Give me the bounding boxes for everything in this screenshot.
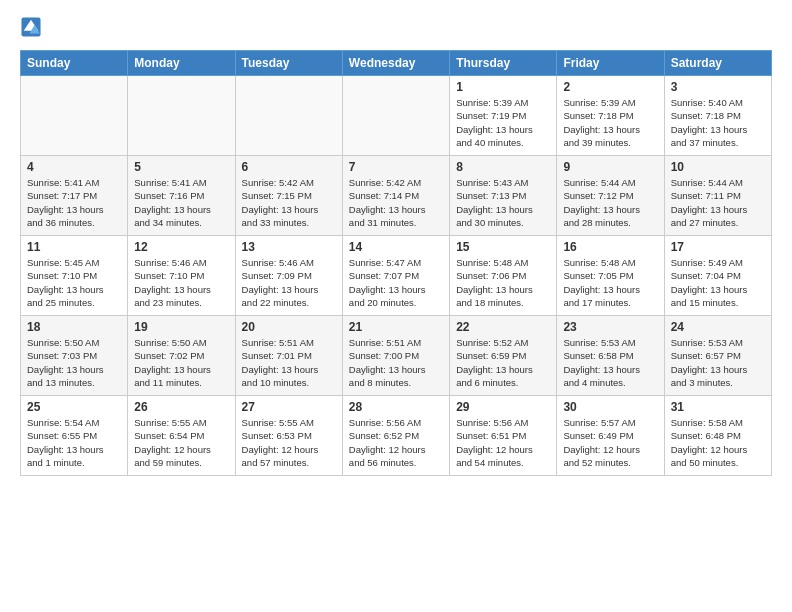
day-info: Sunrise: 5:55 AMSunset: 6:54 PMDaylight:…	[134, 416, 228, 469]
day-number: 30	[563, 400, 657, 414]
day-info: Sunrise: 5:51 AMSunset: 7:01 PMDaylight:…	[242, 336, 336, 389]
day-17: 17Sunrise: 5:49 AMSunset: 7:04 PMDayligh…	[664, 236, 771, 316]
logo	[20, 16, 46, 38]
day-info: Sunrise: 5:53 AMSunset: 6:57 PMDaylight:…	[671, 336, 765, 389]
empty-cell	[235, 76, 342, 156]
day-number: 6	[242, 160, 336, 174]
day-25: 25Sunrise: 5:54 AMSunset: 6:55 PMDayligh…	[21, 396, 128, 476]
day-30: 30Sunrise: 5:57 AMSunset: 6:49 PMDayligh…	[557, 396, 664, 476]
day-info: Sunrise: 5:50 AMSunset: 7:03 PMDaylight:…	[27, 336, 121, 389]
week-row-5: 25Sunrise: 5:54 AMSunset: 6:55 PMDayligh…	[21, 396, 772, 476]
day-31: 31Sunrise: 5:58 AMSunset: 6:48 PMDayligh…	[664, 396, 771, 476]
day-info: Sunrise: 5:58 AMSunset: 6:48 PMDaylight:…	[671, 416, 765, 469]
day-number: 20	[242, 320, 336, 334]
day-22: 22Sunrise: 5:52 AMSunset: 6:59 PMDayligh…	[450, 316, 557, 396]
header-saturday: Saturday	[664, 51, 771, 76]
day-number: 10	[671, 160, 765, 174]
day-3: 3Sunrise: 5:40 AMSunset: 7:18 PMDaylight…	[664, 76, 771, 156]
day-info: Sunrise: 5:55 AMSunset: 6:53 PMDaylight:…	[242, 416, 336, 469]
day-6: 6Sunrise: 5:42 AMSunset: 7:15 PMDaylight…	[235, 156, 342, 236]
day-number: 27	[242, 400, 336, 414]
day-23: 23Sunrise: 5:53 AMSunset: 6:58 PMDayligh…	[557, 316, 664, 396]
day-info: Sunrise: 5:49 AMSunset: 7:04 PMDaylight:…	[671, 256, 765, 309]
day-info: Sunrise: 5:41 AMSunset: 7:17 PMDaylight:…	[27, 176, 121, 229]
day-number: 11	[27, 240, 121, 254]
day-info: Sunrise: 5:42 AMSunset: 7:14 PMDaylight:…	[349, 176, 443, 229]
day-info: Sunrise: 5:48 AMSunset: 7:06 PMDaylight:…	[456, 256, 550, 309]
day-info: Sunrise: 5:53 AMSunset: 6:58 PMDaylight:…	[563, 336, 657, 389]
day-15: 15Sunrise: 5:48 AMSunset: 7:06 PMDayligh…	[450, 236, 557, 316]
day-info: Sunrise: 5:39 AMSunset: 7:18 PMDaylight:…	[563, 96, 657, 149]
day-number: 15	[456, 240, 550, 254]
day-number: 25	[27, 400, 121, 414]
day-info: Sunrise: 5:40 AMSunset: 7:18 PMDaylight:…	[671, 96, 765, 149]
day-18: 18Sunrise: 5:50 AMSunset: 7:03 PMDayligh…	[21, 316, 128, 396]
day-9: 9Sunrise: 5:44 AMSunset: 7:12 PMDaylight…	[557, 156, 664, 236]
day-number: 16	[563, 240, 657, 254]
header-wednesday: Wednesday	[342, 51, 449, 76]
day-number: 14	[349, 240, 443, 254]
day-number: 1	[456, 80, 550, 94]
header-monday: Monday	[128, 51, 235, 76]
day-12: 12Sunrise: 5:46 AMSunset: 7:10 PMDayligh…	[128, 236, 235, 316]
day-number: 21	[349, 320, 443, 334]
day-26: 26Sunrise: 5:55 AMSunset: 6:54 PMDayligh…	[128, 396, 235, 476]
day-info: Sunrise: 5:51 AMSunset: 7:00 PMDaylight:…	[349, 336, 443, 389]
empty-cell	[21, 76, 128, 156]
day-number: 4	[27, 160, 121, 174]
day-number: 12	[134, 240, 228, 254]
day-number: 26	[134, 400, 228, 414]
day-info: Sunrise: 5:46 AMSunset: 7:09 PMDaylight:…	[242, 256, 336, 309]
day-number: 29	[456, 400, 550, 414]
day-number: 24	[671, 320, 765, 334]
day-info: Sunrise: 5:47 AMSunset: 7:07 PMDaylight:…	[349, 256, 443, 309]
day-number: 3	[671, 80, 765, 94]
day-info: Sunrise: 5:48 AMSunset: 7:05 PMDaylight:…	[563, 256, 657, 309]
header-thursday: Thursday	[450, 51, 557, 76]
day-info: Sunrise: 5:46 AMSunset: 7:10 PMDaylight:…	[134, 256, 228, 309]
day-info: Sunrise: 5:41 AMSunset: 7:16 PMDaylight:…	[134, 176, 228, 229]
calendar-table: SundayMondayTuesdayWednesdayThursdayFrid…	[20, 50, 772, 476]
empty-cell	[128, 76, 235, 156]
day-7: 7Sunrise: 5:42 AMSunset: 7:14 PMDaylight…	[342, 156, 449, 236]
day-27: 27Sunrise: 5:55 AMSunset: 6:53 PMDayligh…	[235, 396, 342, 476]
day-number: 2	[563, 80, 657, 94]
day-info: Sunrise: 5:56 AMSunset: 6:52 PMDaylight:…	[349, 416, 443, 469]
day-number: 9	[563, 160, 657, 174]
header-row: SundayMondayTuesdayWednesdayThursdayFrid…	[21, 51, 772, 76]
day-number: 13	[242, 240, 336, 254]
header-sunday: Sunday	[21, 51, 128, 76]
day-number: 31	[671, 400, 765, 414]
day-info: Sunrise: 5:45 AMSunset: 7:10 PMDaylight:…	[27, 256, 121, 309]
week-row-3: 11Sunrise: 5:45 AMSunset: 7:10 PMDayligh…	[21, 236, 772, 316]
day-number: 23	[563, 320, 657, 334]
day-10: 10Sunrise: 5:44 AMSunset: 7:11 PMDayligh…	[664, 156, 771, 236]
day-info: Sunrise: 5:56 AMSunset: 6:51 PMDaylight:…	[456, 416, 550, 469]
header-friday: Friday	[557, 51, 664, 76]
day-info: Sunrise: 5:57 AMSunset: 6:49 PMDaylight:…	[563, 416, 657, 469]
page-header	[20, 16, 772, 38]
day-number: 8	[456, 160, 550, 174]
day-info: Sunrise: 5:50 AMSunset: 7:02 PMDaylight:…	[134, 336, 228, 389]
day-20: 20Sunrise: 5:51 AMSunset: 7:01 PMDayligh…	[235, 316, 342, 396]
day-info: Sunrise: 5:52 AMSunset: 6:59 PMDaylight:…	[456, 336, 550, 389]
logo-icon	[20, 16, 42, 38]
day-5: 5Sunrise: 5:41 AMSunset: 7:16 PMDaylight…	[128, 156, 235, 236]
day-number: 22	[456, 320, 550, 334]
day-number: 19	[134, 320, 228, 334]
day-19: 19Sunrise: 5:50 AMSunset: 7:02 PMDayligh…	[128, 316, 235, 396]
day-number: 18	[27, 320, 121, 334]
day-info: Sunrise: 5:42 AMSunset: 7:15 PMDaylight:…	[242, 176, 336, 229]
day-number: 28	[349, 400, 443, 414]
day-13: 13Sunrise: 5:46 AMSunset: 7:09 PMDayligh…	[235, 236, 342, 316]
header-tuesday: Tuesday	[235, 51, 342, 76]
day-info: Sunrise: 5:43 AMSunset: 7:13 PMDaylight:…	[456, 176, 550, 229]
day-14: 14Sunrise: 5:47 AMSunset: 7:07 PMDayligh…	[342, 236, 449, 316]
day-info: Sunrise: 5:44 AMSunset: 7:12 PMDaylight:…	[563, 176, 657, 229]
week-row-4: 18Sunrise: 5:50 AMSunset: 7:03 PMDayligh…	[21, 316, 772, 396]
day-number: 7	[349, 160, 443, 174]
empty-cell	[342, 76, 449, 156]
day-info: Sunrise: 5:44 AMSunset: 7:11 PMDaylight:…	[671, 176, 765, 229]
day-28: 28Sunrise: 5:56 AMSunset: 6:52 PMDayligh…	[342, 396, 449, 476]
day-11: 11Sunrise: 5:45 AMSunset: 7:10 PMDayligh…	[21, 236, 128, 316]
